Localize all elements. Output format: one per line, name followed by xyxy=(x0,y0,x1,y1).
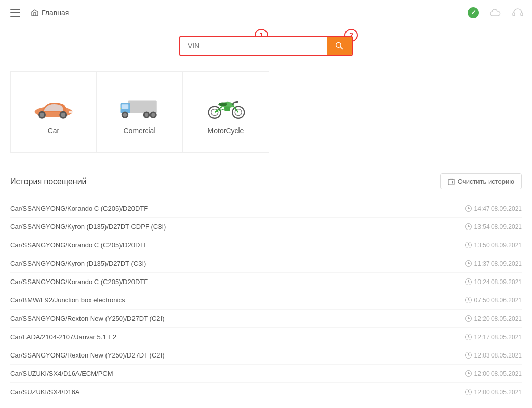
svg-point-6 xyxy=(40,112,44,117)
home-label: Главная xyxy=(42,9,69,17)
search-button[interactable] xyxy=(327,37,352,55)
svg-point-22 xyxy=(232,107,244,118)
history-item[interactable]: Car/SUZUKI/SX4/D16A/ECM/PCM12:00 08.05.2… xyxy=(10,365,522,383)
motorcycle-icon xyxy=(205,90,246,120)
clock-icon xyxy=(465,260,472,267)
history-time: 11:37 08.09.2021 xyxy=(465,260,522,267)
motorcycle-label: MotorCycle xyxy=(208,126,244,135)
clock-icon xyxy=(465,370,472,377)
clock-icon xyxy=(465,242,472,248)
search-icon xyxy=(335,42,343,50)
clock-icon xyxy=(465,278,472,285)
history-timestamp: 13:54 08.09.2021 xyxy=(474,223,522,231)
history-path: Car/SSANGYONG/Kyron (D135)/D27DT (C3I) xyxy=(10,260,146,267)
history-timestamp: 13:50 08.09.2021 xyxy=(474,242,522,249)
svg-rect-12 xyxy=(122,104,129,109)
history-list: Car/SSANGYONG/Korando C (C205)/D20DTF14:… xyxy=(10,199,522,401)
history-timestamp: 12:00 08.05.2021 xyxy=(474,389,522,396)
history-path: Car/SUZUKI/SX4/D16A xyxy=(10,388,80,396)
history-item[interactable]: Car/SSANGYONG/Korando C (C205)/D20DTF10:… xyxy=(10,273,522,291)
main-content: 1 2 xyxy=(0,26,532,408)
history-item[interactable]: Car/SSANGYONG/Rexton New (Y250)/D27DT (C… xyxy=(10,346,522,365)
history-path: Car/SUZUKI/SX4/D16A/ECM/PCM xyxy=(10,370,113,377)
header-left: Главная xyxy=(8,5,69,21)
svg-rect-0 xyxy=(513,13,515,16)
history-path: Car/SSANGYONG/Rexton New (Y250)/D27DT (C… xyxy=(10,351,164,359)
svg-line-3 xyxy=(340,47,342,49)
history-time: 14:47 08.09.2021 xyxy=(465,205,522,212)
clock-icon xyxy=(465,223,472,230)
history-path: Car/SSANGYONG/Korando C (C205)/D20DTF xyxy=(10,241,148,249)
history-time: 12:03 08.05.2021 xyxy=(465,352,522,359)
history-path: Car/LADA/2104-2107/Janvar 5.1 E2 xyxy=(10,333,116,341)
vehicle-card-comercial[interactable]: Comercial xyxy=(96,71,183,153)
vin-search-input[interactable] xyxy=(180,37,327,55)
history-item[interactable]: Car/SUZUKI/SX4/D16A12:00 08.05.2021 xyxy=(10,383,522,401)
history-timestamp: 10:24 08.09.2021 xyxy=(474,278,522,286)
search-field-wrapper xyxy=(179,36,353,56)
clock-icon xyxy=(465,352,472,359)
history-item[interactable]: Car/SSANGYONG/Korando C (C205)/D20DTF14:… xyxy=(10,199,522,218)
headphone-icon[interactable] xyxy=(512,7,524,19)
history-path: Car/SSANGYONG/Korando C (C205)/D20DTF xyxy=(10,205,148,212)
car-label: Car xyxy=(48,126,60,135)
svg-rect-1 xyxy=(521,13,523,16)
svg-point-9 xyxy=(69,111,73,113)
history-timestamp: 12:20 08.05.2021 xyxy=(474,315,522,322)
history-timestamp: 12:17 08.05.2021 xyxy=(474,334,522,341)
history-path: Car/SSANGYONG/Korando C (C205)/D20DTF xyxy=(10,278,148,286)
vehicle-card-car[interactable]: Car xyxy=(10,71,97,153)
svg-line-30 xyxy=(234,102,237,103)
history-path: Car/SSANGYONG/Kyron (D135)/D27DT CDPF (C… xyxy=(10,223,166,231)
home-icon xyxy=(31,9,39,17)
truck-icon xyxy=(117,91,163,119)
history-item[interactable]: Car/SSANGYONG/Kyron (D135)/D27DT CDPF (C… xyxy=(10,218,522,236)
status-check-icon xyxy=(468,7,479,18)
history-time: 12:00 08.05.2021 xyxy=(465,389,522,396)
trash-icon xyxy=(448,178,455,185)
clock-icon xyxy=(465,315,472,322)
history-timestamp: 07:50 08.06.2021 xyxy=(474,297,522,304)
clock-icon xyxy=(465,334,472,340)
history-item[interactable]: Car/LADA/2104-2107/Janvar 5.1 E212:17 08… xyxy=(10,328,522,346)
search-container: 1 2 xyxy=(10,36,522,56)
history-title: История посещений xyxy=(10,177,87,186)
motorcycle-image xyxy=(203,90,249,120)
menu-button[interactable] xyxy=(8,5,24,21)
svg-point-16 xyxy=(145,113,149,117)
history-time: 07:50 08.06.2021 xyxy=(465,297,522,304)
car-icon xyxy=(31,91,76,119)
history-item[interactable]: Car/SSANGYONG/Rexton New (Y250)/D27DT (C… xyxy=(10,310,522,328)
cloud-icon[interactable] xyxy=(489,7,501,19)
history-time: 12:00 08.05.2021 xyxy=(465,370,522,377)
home-nav[interactable]: Главная xyxy=(31,9,69,17)
history-header: История посещений Очистить историю xyxy=(10,173,522,189)
clear-history-label: Очистить историю xyxy=(458,177,514,185)
history-path: Car/BMW/E92/Junction box electronics xyxy=(10,296,125,304)
header: Главная xyxy=(0,0,532,26)
svg-point-18 xyxy=(151,113,155,117)
comercial-label: Comercial xyxy=(123,126,155,135)
history-timestamp: 14:47 08.09.2021 xyxy=(474,205,522,212)
history-time: 12:17 08.05.2021 xyxy=(465,334,522,341)
svg-rect-10 xyxy=(128,100,157,113)
vehicle-cards: Car xyxy=(10,71,522,153)
svg-point-8 xyxy=(61,112,65,117)
history-time: 13:50 08.09.2021 xyxy=(465,242,522,249)
vehicle-card-motorcycle[interactable]: MotorCycle xyxy=(182,71,269,153)
clear-history-button[interactable]: Очистить историю xyxy=(440,173,522,189)
clock-icon xyxy=(465,297,472,303)
clock-icon xyxy=(465,389,472,395)
history-item[interactable]: Car/BMW/E92/Junction box electronics07:5… xyxy=(10,291,522,310)
svg-point-2 xyxy=(336,43,341,48)
history-item[interactable]: Car/SSANGYONG/Kyron (D135)/D27DT (C3I)11… xyxy=(10,254,522,273)
svg-point-14 xyxy=(123,113,127,117)
history-item[interactable]: Car/SSANGYONG/Korando C (C205)/D20DTF13:… xyxy=(10,236,522,254)
history-time: 12:20 08.05.2021 xyxy=(465,315,522,322)
history-timestamp: 11:37 08.09.2021 xyxy=(474,260,522,267)
comercial-image xyxy=(117,90,163,120)
history-timestamp: 12:03 08.05.2021 xyxy=(474,352,522,359)
svg-point-29 xyxy=(218,103,227,106)
history-time: 10:24 08.09.2021 xyxy=(465,278,522,286)
clock-icon xyxy=(465,205,472,212)
